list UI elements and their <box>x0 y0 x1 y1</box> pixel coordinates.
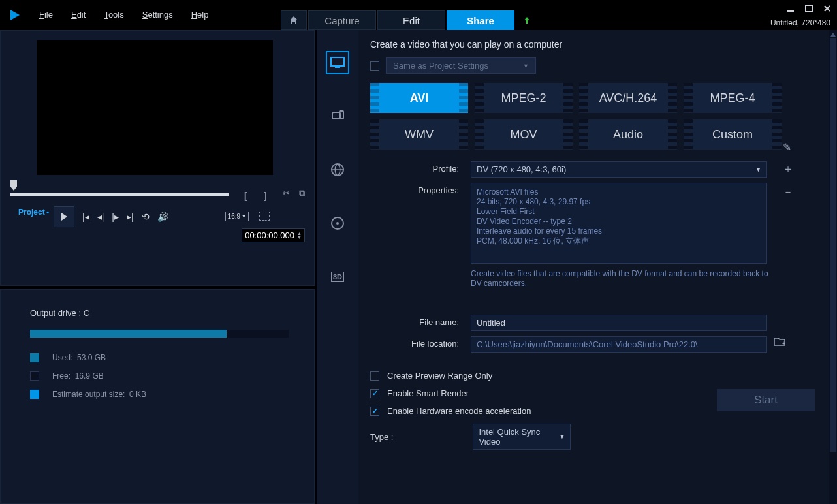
target-computer[interactable] <box>326 51 349 74</box>
tab-edit[interactable]: Edit <box>377 10 445 30</box>
encode-type-label: Type : <box>370 432 393 442</box>
menu-file[interactable]: FFileile <box>30 0 62 30</box>
go-end-button[interactable]: ▸| <box>127 212 134 222</box>
minimize-button[interactable] <box>785 3 797 14</box>
video-preview <box>37 40 273 175</box>
timecode-display[interactable]: 00:00:00.000 ▲▼ <box>242 228 305 242</box>
document-status: Untitled, 720*480 <box>770 18 830 27</box>
svg-rect-6 <box>335 67 340 68</box>
format-mpeg2[interactable]: MPEG-2 <box>475 83 573 113</box>
format-audio[interactable]: Audio <box>579 119 677 150</box>
same-as-project-select: Same as Project Settings▼ <box>386 57 536 74</box>
preview-panel: [ ] ✂ ⧉ Project▪ |◂ ◂| |▸ ▸| ⟲ 🔊 16:9▼ 0… <box>0 30 315 286</box>
copy-icon[interactable]: ⧉ <box>299 188 305 198</box>
mark-in-icon[interactable]: [ <box>244 191 247 201</box>
preview-range-label: Create Preview Range Only <box>387 371 492 381</box>
properties-text: Microsoft AVI files 24 bits, 720 x 480, … <box>471 183 767 264</box>
preview-range-checkbox[interactable] <box>370 371 379 381</box>
format-wmv[interactable]: WMV <box>370 119 468 150</box>
format-mpeg4[interactable]: MPEG-4 <box>684 83 782 113</box>
smart-render-checkbox[interactable] <box>370 389 379 398</box>
upload-icon <box>517 10 537 30</box>
target-web[interactable] <box>326 158 349 181</box>
step-back-button[interactable]: ◂| <box>97 212 104 222</box>
go-start-button[interactable]: |◂ <box>82 212 89 222</box>
menubar: FFileile EditEdit ToolsTools SettingsSet… <box>30 0 217 30</box>
start-button[interactable]: Start <box>717 389 815 411</box>
legend-used: Used: 53.0 GB <box>30 353 285 362</box>
edit-profile-icon[interactable]: ✎ <box>783 141 793 153</box>
profile-label: Profile: <box>370 161 471 174</box>
share-target-tabs: 3D <box>317 30 358 504</box>
crop-selector[interactable] <box>259 212 270 221</box>
legend-free: Free: 16.9 GB <box>30 371 285 381</box>
smart-render-label: Enable Smart Render <box>387 388 469 398</box>
menu-settings[interactable]: SettingsSettings <box>133 0 182 30</box>
loop-button[interactable]: ⟲ <box>142 212 150 222</box>
browse-location-icon[interactable]: + <box>774 336 785 347</box>
scrollbar[interactable] <box>829 30 837 504</box>
menu-help[interactable]: HelpHelp <box>182 0 218 30</box>
svg-marker-4 <box>61 213 67 221</box>
tab-home[interactable] <box>281 10 307 30</box>
volume-button[interactable]: 🔊 <box>157 212 168 222</box>
tab-capture[interactable]: Capture <box>308 10 376 30</box>
svg-rect-2 <box>806 5 812 12</box>
share-heading: Create a video that you can play on a co… <box>370 39 817 50</box>
target-device[interactable] <box>326 104 349 128</box>
svg-point-11 <box>336 222 339 225</box>
menu-edit[interactable]: EditEdit <box>62 0 95 30</box>
project-mode-label[interactable]: Project▪ <box>18 208 49 217</box>
cut-icon[interactable]: ✂ <box>283 188 290 198</box>
encode-type-select[interactable]: Intel Quick Sync Video▼ <box>473 424 571 450</box>
timeline-track[interactable] <box>10 180 229 196</box>
hw-encode-label: Enable Hardware encode acceleration <box>387 406 531 416</box>
aspect-ratio-selector[interactable]: 16:9▼ <box>225 212 249 221</box>
hw-encode-checkbox[interactable] <box>370 407 379 416</box>
play-button[interactable] <box>54 206 74 227</box>
output-drive-label: Output drive : C <box>30 308 285 318</box>
share-settings: Create a video that you can play on a co… <box>358 30 837 504</box>
same-as-project-checkbox[interactable] <box>370 61 379 71</box>
step-fwd-button[interactable]: |▸ <box>112 212 119 222</box>
properties-label: Properties: <box>370 183 471 195</box>
maximize-button[interactable] <box>803 3 815 14</box>
remove-profile-icon[interactable]: － <box>783 185 793 199</box>
profile-select[interactable]: DV (720 x 480, 4:3, 60i)▼ <box>471 161 767 178</box>
drive-usage-bar <box>30 330 289 338</box>
svg-text:+: + <box>782 340 785 347</box>
svg-marker-13 <box>830 33 836 37</box>
mode-tabs: Capture Edit Share <box>281 10 537 30</box>
filelocation-label: File location: <box>370 336 471 349</box>
output-drive-panel: Output drive : C Used: 53.0 GB Free: 16.… <box>0 289 315 504</box>
format-avch264[interactable]: AVC/H.264 <box>579 83 677 113</box>
svg-marker-0 <box>10 10 20 20</box>
window-controls <box>785 3 833 14</box>
legend-estimate: Estimate output size: 0 KB <box>30 390 285 399</box>
svg-rect-5 <box>331 57 344 66</box>
close-button[interactable] <box>821 3 833 14</box>
titlebar: FFileile EditEdit ToolsTools SettingsSet… <box>0 0 837 30</box>
format-avi[interactable]: AVI <box>370 83 468 113</box>
svg-marker-3 <box>10 180 17 191</box>
transport-controls: |◂ ◂| |▸ ▸| ⟲ 🔊 <box>54 206 168 227</box>
mark-out-icon[interactable]: ] <box>264 191 267 201</box>
tab-share[interactable]: Share <box>447 10 514 30</box>
svg-rect-8 <box>340 111 343 119</box>
filename-label: File name: <box>370 315 471 327</box>
svg-rect-1 <box>787 10 794 12</box>
filename-input[interactable]: Untitled <box>471 315 767 331</box>
format-mov[interactable]: MOV <box>475 119 573 150</box>
menu-tools[interactable]: ToolsTools <box>95 0 133 30</box>
add-profile-icon[interactable]: ＋ <box>783 163 793 176</box>
app-logo <box>0 0 30 30</box>
format-grid: AVIMPEG-2AVC/H.264MPEG-4WMVMOVAudioCusto… <box>370 83 817 150</box>
format-custom[interactable]: Custom <box>684 119 782 150</box>
target-disc[interactable] <box>326 212 349 235</box>
format-hint: Create video files that are compatible w… <box>471 269 771 289</box>
target-3d[interactable]: 3D <box>326 265 349 289</box>
filelocation-input[interactable]: C:\Users\jiazhiyun\Documents\Corel Video… <box>471 336 767 353</box>
